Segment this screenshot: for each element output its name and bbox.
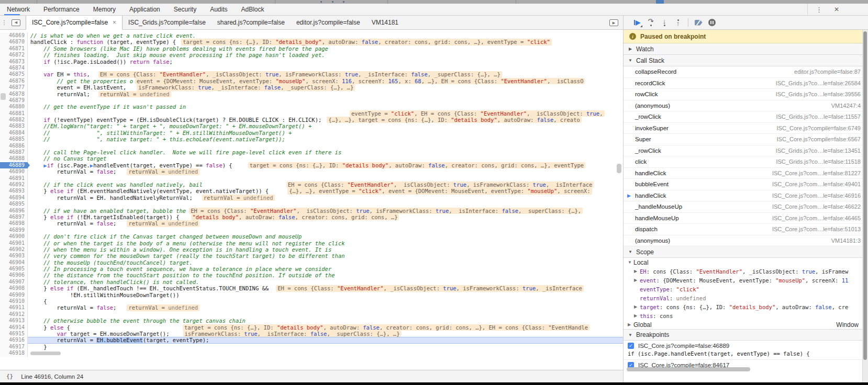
line-number[interactable]: 46898 <box>0 220 28 227</box>
toggle-navigator-icon[interactable]: ◀ <box>12 19 20 26</box>
code-line[interactable]: 46918 <box>0 350 623 356</box>
menu-item-security[interactable]: Security <box>167 6 203 13</box>
line-number[interactable]: 46874 <box>0 65 28 71</box>
section-breakpoints[interactable]: ▼ Breakpoints <box>624 329 868 341</box>
chevron-right-icon[interactable]: ▶ <box>628 322 633 327</box>
code-line[interactable]: 46891 <box>0 175 623 182</box>
scope-row-local[interactable]: ▼Local <box>624 258 868 267</box>
call-stack-frame[interactable]: bubbleEventISC_Core.js?com…le=false:4940… <box>624 179 868 190</box>
editor-vertical-scrollbar[interactable] <box>617 164 621 173</box>
line-number[interactable]: 46916 <box>0 337 28 343</box>
code-line[interactable]: 46905 // In processing a touch event seq… <box>0 266 623 272</box>
line-number[interactable]: 46886 <box>0 143 28 149</box>
code-line[interactable]: 46886 <box>0 143 623 149</box>
code-line[interactable]: 46915 var target = EH.mouseDownTarget();… <box>0 331 623 337</box>
scope-row-global[interactable]: ▶GlobalWindow <box>624 320 868 329</box>
line-number[interactable]: 46882 <box>0 117 28 123</box>
code-line[interactable]: 46878 returnVal;returnVal = undefined <box>0 91 623 97</box>
line-number[interactable]: 46899 <box>0 227 28 233</box>
code-line[interactable]: 46872 // finishes loading. Just skip mou… <box>0 52 623 58</box>
breakpoint-entry[interactable]: ✓ISC_Core.js?compile=false:46889 <box>624 341 868 350</box>
code-editor[interactable]: 46869// is what we do when we get a nati… <box>0 30 623 370</box>
line-number[interactable]: 46896 <box>0 208 28 214</box>
code-line[interactable]: 46885 // ", native target: " + this.echo… <box>0 136 623 142</box>
line-number[interactable]: 46918 <box>0 350 28 356</box>
call-stack-frame[interactable]: handleClickISC_Core.js?com…le=false:8122… <box>624 168 868 179</box>
line-number[interactable]: 46873 <box>0 59 28 65</box>
code-line[interactable]: 46873 if (!isc.Page.isLoaded()) return f… <box>0 59 623 65</box>
code-line[interactable]: 46881eventType = "click", EH = cons {Cla… <box>0 110 623 117</box>
code-line[interactable]: 46884 // ", stillWithinTarget: " + EH.st… <box>0 130 623 136</box>
call-stack-frame[interactable]: invokeSuperISC_Core.js?compile=false:674… <box>624 123 868 134</box>
code-line[interactable]: 46879 <box>0 97 623 104</box>
close-icon[interactable]: ✕ <box>828 6 845 13</box>
call-stack-frame[interactable]: _rowClickISC_Grids.js?co…le=false:11557 <box>624 111 868 123</box>
line-number[interactable]: 46883 <box>0 123 28 129</box>
file-tab-isc_core.js[interactable]: ISC_Core.js?compile=false× <box>26 16 123 30</box>
code-line[interactable]: 46908 } else if (EH._handledTouch !== EH… <box>0 285 623 291</box>
code-line[interactable]: 46887 // call the Page-level click handl… <box>0 149 623 155</box>
chevron-right-icon[interactable]: ▶ <box>634 313 640 318</box>
menu-item-application[interactable]: Application <box>123 6 167 13</box>
line-number[interactable]: 46870 <box>0 39 28 45</box>
code-line[interactable]: 46870handleClick : function (target, eve… <box>0 39 623 45</box>
file-tab-shared.js[interactable]: shared.js?compile=false <box>212 16 291 29</box>
code-line[interactable]: 46904 // the mouseUp (touchEnd/touchCanc… <box>0 259 623 266</box>
code-line[interactable]: 46882 if (!eventType) eventType = (EH.is… <box>0 117 623 123</box>
line-number[interactable]: 46910 <box>0 298 28 304</box>
code-line[interactable]: 46869// is what we do when we get a nati… <box>0 32 623 39</box>
line-number[interactable]: 46904 <box>0 259 28 266</box>
line-number[interactable]: 46890 <box>0 168 28 175</box>
line-number[interactable]: 46892 <box>0 182 28 188</box>
section-scope[interactable]: ▼ Scope <box>624 246 868 258</box>
code-line[interactable]: 46880 // get the eventType if it wasn't … <box>0 104 623 110</box>
scope-row-target[interactable]: ▶target: cons {ns: {…}, ID: "details_bod… <box>624 302 868 311</box>
line-number[interactable]: 46911 <box>0 304 28 311</box>
code-line[interactable]: 46875 var EH = this,EH = cons {Class: "E… <box>0 71 623 77</box>
line-number[interactable]: 46917 <box>0 344 28 350</box>
section-call-stack[interactable]: ▼ Call Stack <box>624 55 868 66</box>
code-line[interactable]: 46912 <box>0 311 623 318</box>
code-line[interactable]: 46883 //EH.logWarn("target: " + target +… <box>0 123 623 129</box>
file-tab-vm14181[interactable]: VM14181 <box>366 16 404 29</box>
code-line[interactable]: 46892 // if the click event was handled … <box>0 182 623 188</box>
code-line[interactable]: 46917 } <box>0 344 623 350</box>
line-number[interactable]: 46871 <box>0 46 28 52</box>
code-line[interactable]: 46906 // the distance from the touchStar… <box>0 272 623 278</box>
menu-item-audits[interactable]: Audits <box>203 6 234 13</box>
code-line[interactable]: 46896 // if we have an enabled target, b… <box>0 208 623 214</box>
call-stack-frame[interactable]: clickISC_Grids.js?co…le=false:11518 <box>624 156 868 168</box>
section-watch[interactable]: ▶ Watch <box>624 43 868 55</box>
code-line[interactable]: 46897 } else if (!EH.targetIsEnabled(tar… <box>0 214 623 220</box>
code-line[interactable]: 46901 // or when the target is the body … <box>0 240 623 246</box>
file-tab-editor.js[interactable]: editor.js?compile=false <box>291 16 366 29</box>
chevron-right-icon[interactable]: ▶ <box>634 269 640 274</box>
drag-handle[interactable]: ⋮ <box>0 16 8 29</box>
step-over-icon[interactable]: ↷ <box>644 17 658 28</box>
call-stack-frame[interactable]: ▶handleClickISC_Core.js?com…le=false:469… <box>624 190 868 202</box>
file-tab-isc_grids.js[interactable]: ISC_Grids.js?compile=false <box>123 16 212 29</box>
deactivate-breakpoints-icon[interactable] <box>692 17 705 28</box>
code-line[interactable]: 46907 // tolerance, then handleClick() i… <box>0 279 623 285</box>
code-line[interactable]: 46900 // don't fire click if the Canvas … <box>0 233 623 240</box>
code-line[interactable]: 46898 returnVal = false;returnVal = unde… <box>0 220 623 227</box>
line-number[interactable]: 46887 <box>0 149 28 155</box>
close-tab-icon[interactable]: × <box>113 19 116 26</box>
line-number[interactable]: 46888 <box>0 155 28 162</box>
line-number[interactable]: 46902 <box>0 246 28 253</box>
code-line[interactable]: 46913 // otherwise bubble the event thro… <box>0 318 623 324</box>
step-out-icon[interactable]: ↑ <box>671 17 685 28</box>
toggle-pane-icon[interactable]: ▶ <box>609 19 618 26</box>
code-line[interactable]: 46902 // when the menu is within a windo… <box>0 246 623 253</box>
call-stack-frame[interactable]: (anonymous)VM14247:4 <box>624 100 868 112</box>
line-number[interactable]: 46914 <box>0 324 28 331</box>
call-stack-frame[interactable]: SuperISC_Core.js?compile=false:6567 <box>624 134 868 145</box>
menu-item-performance[interactable]: Performance <box>37 6 86 13</box>
code-line[interactable]: 46916 returnVal = EH.bubbleEvent(target,… <box>0 337 623 343</box>
line-number[interactable]: 46880 <box>0 104 28 110</box>
line-number[interactable]: 46891 <box>0 175 28 182</box>
line-number[interactable]: 46903 <box>0 253 28 259</box>
collapsed-code-pill[interactable] <box>30 352 61 355</box>
call-stack-frame[interactable]: _rowClickISC_Grids.js?co…le=false:13451 <box>624 145 868 157</box>
scope-row-eh[interactable]: ▶EH: cons {Class: "EventHandler", _isCla… <box>624 267 868 276</box>
